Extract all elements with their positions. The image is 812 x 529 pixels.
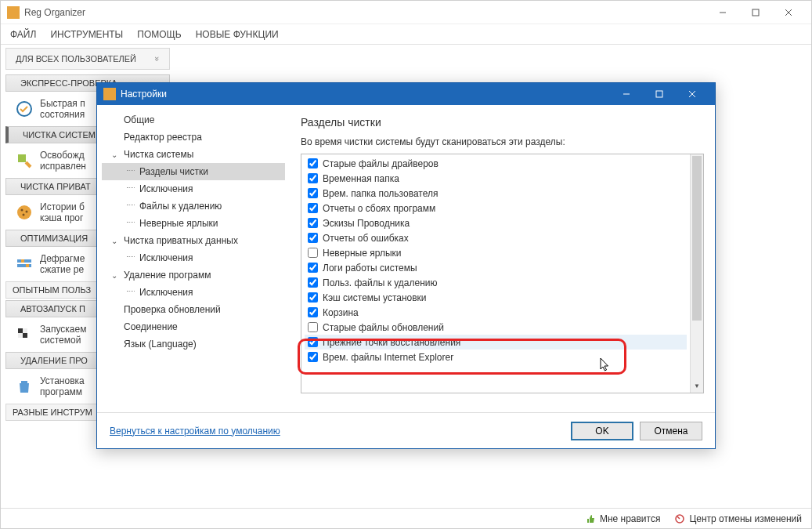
checklist-label: Польз. файлы к удалению: [323, 277, 438, 288]
tree-private-exclusions[interactable]: Исключения: [102, 249, 285, 266]
checklist-checkbox[interactable]: [308, 337, 318, 347]
checklist-row[interactable]: Эскизы Проводника: [305, 216, 687, 230]
checklist-checkbox[interactable]: [308, 173, 318, 183]
cancel-button[interactable]: Отмена: [640, 422, 702, 440]
maximize-button[interactable]: [739, 2, 772, 24]
menu-help[interactable]: ПОМОЩЬ: [131, 26, 187, 43]
checklist-row[interactable]: Прежние точки восстановления: [305, 335, 687, 350]
tree-uninstall-exclusions[interactable]: Исключения: [102, 284, 285, 301]
checklist-checkbox[interactable]: [308, 292, 318, 303]
scroll-thumb[interactable]: [692, 156, 702, 321]
reset-defaults-link[interactable]: Вернуться к настройкам по умолчанию: [110, 426, 280, 437]
tree-bad-shortcuts[interactable]: Неверные ярлыки: [102, 215, 285, 232]
checklist-label: Врем. файлы Internet Explorer: [323, 352, 453, 363]
svg-rect-14: [18, 328, 23, 333]
svg-rect-5: [18, 154, 26, 162]
checklist-row[interactable]: Врем. файлы Internet Explorer: [305, 350, 687, 364]
checklist-row[interactable]: Логи работы системы: [305, 260, 687, 275]
tree-general[interactable]: Общие: [102, 111, 285, 129]
svg-rect-18: [21, 381, 27, 383]
panel-title: Разделы чистки: [301, 116, 704, 129]
cookie-icon: [15, 203, 34, 222]
tree-files-delete[interactable]: Файлы к удалению: [102, 197, 285, 215]
thumbs-up-icon: [585, 513, 596, 524]
close-button[interactable]: [772, 2, 805, 24]
status-like[interactable]: Мне нравится: [585, 513, 661, 524]
main-titlebar: Reg Organizer: [1, 1, 811, 24]
ok-button[interactable]: OK: [571, 422, 633, 440]
checklist-label: Старые файлы обновлений: [323, 322, 444, 333]
minimize-button[interactable]: [706, 2, 739, 24]
scrollbar[interactable]: ▲ ▼: [690, 154, 703, 393]
user-scope-label: ДЛЯ ВСЕХ ПОЛЬЗОВАТЕЛЕЙ: [16, 54, 136, 63]
tree-update-check[interactable]: Проверка обновлений: [102, 301, 285, 318]
checklist-label: Врем. папка пользователя: [323, 188, 438, 199]
checklist-checkbox[interactable]: [308, 263, 318, 273]
panel-desc: Во время чистки системы будут сканироват…: [301, 136, 704, 147]
checklist-checkbox[interactable]: [308, 188, 318, 198]
checklist-checkbox[interactable]: [308, 158, 318, 168]
tree-connection[interactable]: Соединение: [102, 318, 285, 335]
checklist-row[interactable]: Старые файлы обновлений: [305, 320, 687, 335]
checklist-row[interactable]: Отчеты о сбоях программ: [305, 201, 687, 216]
checklist-checkbox[interactable]: [308, 307, 318, 317]
menu-file[interactable]: ФАЙЛ: [4, 26, 42, 43]
checklist-label: Старые файлы драйверов: [323, 158, 438, 169]
svg-point-8: [26, 211, 28, 213]
trash-icon: [15, 377, 34, 396]
menu-new-funcs[interactable]: НОВЫЕ ФУНКЦИИ: [189, 26, 285, 43]
dialog-title: Настройки: [121, 89, 610, 100]
checklist-checkbox[interactable]: [308, 233, 318, 243]
checklist-row[interactable]: Корзина: [305, 305, 687, 320]
tree-private-clean[interactable]: ⌄Чистка приватных данных: [102, 232, 285, 249]
checklist-row[interactable]: Польз. файлы к удалению: [305, 275, 687, 290]
broom-icon: [15, 151, 34, 170]
checkmark-icon: [15, 100, 34, 118]
dialog-close-button[interactable]: [676, 85, 709, 103]
dialog-maximize-button[interactable]: [643, 85, 676, 103]
tree-system-clean[interactable]: ⌄Чистка системы: [102, 146, 285, 163]
checklist-label: Корзина: [323, 307, 359, 318]
checklist-checkbox[interactable]: [308, 248, 318, 258]
svg-rect-15: [23, 328, 27, 333]
svg-rect-1: [752, 9, 759, 16]
tree-clean-sections[interactable]: Разделы чистки: [102, 163, 285, 180]
settings-dialog: Настройки Общие Редактор реестра ⌄Чистка…: [96, 82, 716, 449]
checklist-checkbox[interactable]: [308, 218, 318, 228]
svg-point-7: [21, 209, 23, 212]
window-controls: [706, 2, 805, 24]
checklist-row[interactable]: Временная папка: [305, 171, 687, 186]
dialog-body: Общие Редактор реестра ⌄Чистка системы Р…: [97, 105, 715, 412]
checklist-row[interactable]: Врем. папка пользователя: [305, 186, 687, 201]
checklist-checkbox[interactable]: [308, 203, 318, 213]
dialog-minimize-button[interactable]: [610, 85, 643, 103]
svg-rect-13: [26, 264, 29, 267]
chevron-down-icon: ⌄: [111, 234, 117, 248]
checklist-container: Старые файлы драйверовВременная папкаВре…: [301, 154, 704, 393]
dialog-titlebar: Настройки: [97, 83, 715, 105]
user-scope-selector[interactable]: ДЛЯ ВСЕХ ПОЛЬЗОВАТЕЛЕЙ: [5, 48, 170, 70]
tree-exclusions[interactable]: Исключения: [102, 180, 285, 197]
checklist-row[interactable]: Кэш системы установки: [305, 290, 687, 305]
tree-uninstall[interactable]: ⌄Удаление программ: [102, 266, 285, 284]
checklist-row[interactable]: Неверные ярлыки: [305, 245, 687, 260]
checklist-checkbox[interactable]: [308, 322, 318, 332]
checklist-label: Неверные ярлыки: [323, 248, 402, 259]
settings-tree: Общие Редактор реестра ⌄Чистка системы Р…: [97, 105, 290, 412]
statusbar: Мне нравится Центр отмены изменений: [1, 508, 811, 528]
svg-point-6: [17, 205, 31, 219]
checklist-row[interactable]: Старые файлы драйверов: [305, 156, 687, 171]
chevron-down-icon: [155, 54, 160, 63]
status-undo-center[interactable]: Центр отмены изменений: [674, 513, 802, 524]
checklist-row[interactable]: Отчеты об ошибках: [305, 230, 687, 245]
flag-icon: [15, 325, 34, 344]
checklist-checkbox[interactable]: [308, 277, 318, 288]
tree-registry-editor[interactable]: Редактор реестра: [102, 129, 285, 146]
tree-language[interactable]: Язык (Language): [102, 335, 285, 353]
checklist[interactable]: Старые файлы драйверовВременная папкаВре…: [301, 154, 690, 393]
scroll-down-icon[interactable]: ▼: [691, 379, 703, 393]
menu-instruments[interactable]: ИНСТРУМЕНТЫ: [44, 26, 129, 43]
menubar: ФАЙЛ ИНСТРУМЕНТЫ ПОМОЩЬ НОВЫЕ ФУНКЦИИ: [1, 24, 811, 45]
checklist-label: Эскизы Проводника: [323, 218, 410, 229]
checklist-checkbox[interactable]: [308, 352, 318, 362]
